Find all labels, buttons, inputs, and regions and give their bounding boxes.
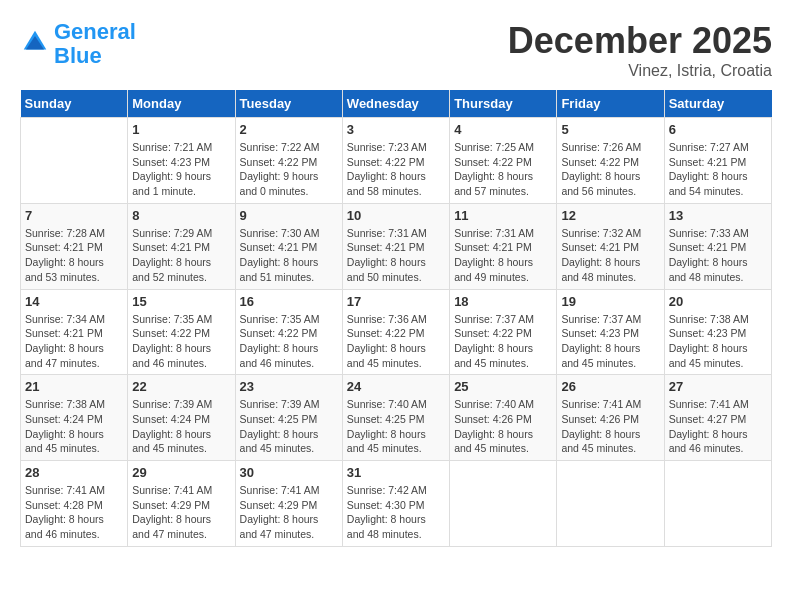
calendar-cell: 6Sunrise: 7:27 AMSunset: 4:21 PMDaylight… bbox=[664, 118, 771, 204]
day-info: Sunrise: 7:35 AMSunset: 4:22 PMDaylight:… bbox=[240, 312, 338, 371]
calendar-cell: 27Sunrise: 7:41 AMSunset: 4:27 PMDayligh… bbox=[664, 375, 771, 461]
calendar-cell: 9Sunrise: 7:30 AMSunset: 4:21 PMDaylight… bbox=[235, 203, 342, 289]
day-number: 17 bbox=[347, 294, 445, 309]
day-info: Sunrise: 7:27 AMSunset: 4:21 PMDaylight:… bbox=[669, 140, 767, 199]
day-info: Sunrise: 7:41 AMSunset: 4:29 PMDaylight:… bbox=[132, 483, 230, 542]
calendar-cell: 5Sunrise: 7:26 AMSunset: 4:22 PMDaylight… bbox=[557, 118, 664, 204]
calendar-cell: 25Sunrise: 7:40 AMSunset: 4:26 PMDayligh… bbox=[450, 375, 557, 461]
day-number: 5 bbox=[561, 122, 659, 137]
location: Vinez, Istria, Croatia bbox=[508, 62, 772, 80]
calendar-cell: 11Sunrise: 7:31 AMSunset: 4:21 PMDayligh… bbox=[450, 203, 557, 289]
day-info: Sunrise: 7:26 AMSunset: 4:22 PMDaylight:… bbox=[561, 140, 659, 199]
day-info: Sunrise: 7:40 AMSunset: 4:26 PMDaylight:… bbox=[454, 397, 552, 456]
calendar-cell: 18Sunrise: 7:37 AMSunset: 4:22 PMDayligh… bbox=[450, 289, 557, 375]
day-number: 15 bbox=[132, 294, 230, 309]
day-number: 30 bbox=[240, 465, 338, 480]
day-info: Sunrise: 7:38 AMSunset: 4:24 PMDaylight:… bbox=[25, 397, 123, 456]
day-number: 12 bbox=[561, 208, 659, 223]
day-info: Sunrise: 7:36 AMSunset: 4:22 PMDaylight:… bbox=[347, 312, 445, 371]
calendar-cell: 16Sunrise: 7:35 AMSunset: 4:22 PMDayligh… bbox=[235, 289, 342, 375]
calendar-cell: 20Sunrise: 7:38 AMSunset: 4:23 PMDayligh… bbox=[664, 289, 771, 375]
day-info: Sunrise: 7:25 AMSunset: 4:22 PMDaylight:… bbox=[454, 140, 552, 199]
day-info: Sunrise: 7:37 AMSunset: 4:23 PMDaylight:… bbox=[561, 312, 659, 371]
day-info: Sunrise: 7:29 AMSunset: 4:21 PMDaylight:… bbox=[132, 226, 230, 285]
day-info: Sunrise: 7:31 AMSunset: 4:21 PMDaylight:… bbox=[454, 226, 552, 285]
calendar-cell: 8Sunrise: 7:29 AMSunset: 4:21 PMDaylight… bbox=[128, 203, 235, 289]
day-number: 8 bbox=[132, 208, 230, 223]
calendar-cell bbox=[21, 118, 128, 204]
day-info: Sunrise: 7:23 AMSunset: 4:22 PMDaylight:… bbox=[347, 140, 445, 199]
day-info: Sunrise: 7:39 AMSunset: 4:25 PMDaylight:… bbox=[240, 397, 338, 456]
day-number: 28 bbox=[25, 465, 123, 480]
calendar-cell: 31Sunrise: 7:42 AMSunset: 4:30 PMDayligh… bbox=[342, 461, 449, 547]
calendar-cell: 4Sunrise: 7:25 AMSunset: 4:22 PMDaylight… bbox=[450, 118, 557, 204]
calendar-week-row: 1Sunrise: 7:21 AMSunset: 4:23 PMDaylight… bbox=[21, 118, 772, 204]
weekday-header-friday: Friday bbox=[557, 90, 664, 118]
calendar-cell: 19Sunrise: 7:37 AMSunset: 4:23 PMDayligh… bbox=[557, 289, 664, 375]
calendar-cell: 7Sunrise: 7:28 AMSunset: 4:21 PMDaylight… bbox=[21, 203, 128, 289]
calendar-cell bbox=[557, 461, 664, 547]
day-info: Sunrise: 7:33 AMSunset: 4:21 PMDaylight:… bbox=[669, 226, 767, 285]
calendar-cell bbox=[450, 461, 557, 547]
day-info: Sunrise: 7:41 AMSunset: 4:27 PMDaylight:… bbox=[669, 397, 767, 456]
calendar-cell: 14Sunrise: 7:34 AMSunset: 4:21 PMDayligh… bbox=[21, 289, 128, 375]
day-info: Sunrise: 7:28 AMSunset: 4:21 PMDaylight:… bbox=[25, 226, 123, 285]
logo-text: General Blue bbox=[54, 20, 136, 68]
calendar-table: SundayMondayTuesdayWednesdayThursdayFrid… bbox=[20, 90, 772, 547]
day-number: 2 bbox=[240, 122, 338, 137]
calendar-cell: 10Sunrise: 7:31 AMSunset: 4:21 PMDayligh… bbox=[342, 203, 449, 289]
day-number: 10 bbox=[347, 208, 445, 223]
day-info: Sunrise: 7:35 AMSunset: 4:22 PMDaylight:… bbox=[132, 312, 230, 371]
calendar-cell: 30Sunrise: 7:41 AMSunset: 4:29 PMDayligh… bbox=[235, 461, 342, 547]
calendar-week-row: 7Sunrise: 7:28 AMSunset: 4:21 PMDaylight… bbox=[21, 203, 772, 289]
day-number: 7 bbox=[25, 208, 123, 223]
calendar-week-row: 14Sunrise: 7:34 AMSunset: 4:21 PMDayligh… bbox=[21, 289, 772, 375]
logo: General Blue bbox=[20, 20, 136, 68]
day-info: Sunrise: 7:38 AMSunset: 4:23 PMDaylight:… bbox=[669, 312, 767, 371]
calendar-week-row: 21Sunrise: 7:38 AMSunset: 4:24 PMDayligh… bbox=[21, 375, 772, 461]
weekday-header-sunday: Sunday bbox=[21, 90, 128, 118]
weekday-header-wednesday: Wednesday bbox=[342, 90, 449, 118]
day-number: 21 bbox=[25, 379, 123, 394]
day-number: 11 bbox=[454, 208, 552, 223]
day-info: Sunrise: 7:34 AMSunset: 4:21 PMDaylight:… bbox=[25, 312, 123, 371]
day-info: Sunrise: 7:41 AMSunset: 4:28 PMDaylight:… bbox=[25, 483, 123, 542]
weekday-header-thursday: Thursday bbox=[450, 90, 557, 118]
day-number: 27 bbox=[669, 379, 767, 394]
weekday-header-saturday: Saturday bbox=[664, 90, 771, 118]
logo-icon bbox=[20, 27, 50, 57]
day-info: Sunrise: 7:41 AMSunset: 4:29 PMDaylight:… bbox=[240, 483, 338, 542]
day-number: 4 bbox=[454, 122, 552, 137]
day-number: 29 bbox=[132, 465, 230, 480]
calendar-cell bbox=[664, 461, 771, 547]
day-info: Sunrise: 7:40 AMSunset: 4:25 PMDaylight:… bbox=[347, 397, 445, 456]
day-info: Sunrise: 7:39 AMSunset: 4:24 PMDaylight:… bbox=[132, 397, 230, 456]
day-number: 31 bbox=[347, 465, 445, 480]
weekday-header-row: SundayMondayTuesdayWednesdayThursdayFrid… bbox=[21, 90, 772, 118]
calendar-week-row: 28Sunrise: 7:41 AMSunset: 4:28 PMDayligh… bbox=[21, 461, 772, 547]
day-number: 18 bbox=[454, 294, 552, 309]
day-info: Sunrise: 7:41 AMSunset: 4:26 PMDaylight:… bbox=[561, 397, 659, 456]
page-header: General Blue December 2025 Vinez, Istria… bbox=[20, 20, 772, 80]
weekday-header-tuesday: Tuesday bbox=[235, 90, 342, 118]
title-block: December 2025 Vinez, Istria, Croatia bbox=[508, 20, 772, 80]
day-number: 13 bbox=[669, 208, 767, 223]
day-info: Sunrise: 7:31 AMSunset: 4:21 PMDaylight:… bbox=[347, 226, 445, 285]
day-info: Sunrise: 7:32 AMSunset: 4:21 PMDaylight:… bbox=[561, 226, 659, 285]
month-title: December 2025 bbox=[508, 20, 772, 62]
calendar-cell: 23Sunrise: 7:39 AMSunset: 4:25 PMDayligh… bbox=[235, 375, 342, 461]
calendar-cell: 12Sunrise: 7:32 AMSunset: 4:21 PMDayligh… bbox=[557, 203, 664, 289]
calendar-cell: 29Sunrise: 7:41 AMSunset: 4:29 PMDayligh… bbox=[128, 461, 235, 547]
calendar-cell: 13Sunrise: 7:33 AMSunset: 4:21 PMDayligh… bbox=[664, 203, 771, 289]
calendar-cell: 21Sunrise: 7:38 AMSunset: 4:24 PMDayligh… bbox=[21, 375, 128, 461]
calendar-cell: 15Sunrise: 7:35 AMSunset: 4:22 PMDayligh… bbox=[128, 289, 235, 375]
day-info: Sunrise: 7:37 AMSunset: 4:22 PMDaylight:… bbox=[454, 312, 552, 371]
day-number: 1 bbox=[132, 122, 230, 137]
weekday-header-monday: Monday bbox=[128, 90, 235, 118]
day-number: 25 bbox=[454, 379, 552, 394]
day-info: Sunrise: 7:42 AMSunset: 4:30 PMDaylight:… bbox=[347, 483, 445, 542]
calendar-cell: 28Sunrise: 7:41 AMSunset: 4:28 PMDayligh… bbox=[21, 461, 128, 547]
day-number: 9 bbox=[240, 208, 338, 223]
day-number: 19 bbox=[561, 294, 659, 309]
day-number: 14 bbox=[25, 294, 123, 309]
